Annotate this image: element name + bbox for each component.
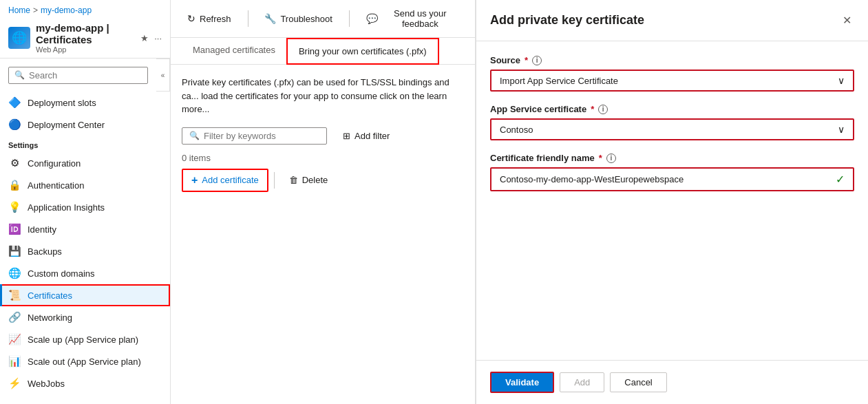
panel: Add private key certificate ✕ Source * i… — [476, 0, 868, 404]
backups-icon: 💾 — [8, 245, 21, 257]
delete-label: Delete — [302, 175, 328, 185]
identity-icon: 🆔 — [8, 223, 21, 235]
refresh-button[interactable]: ↻ Refresh — [182, 10, 237, 27]
scale-out-icon: 📊 — [8, 355, 21, 368]
scale-up-icon: 📈 — [8, 333, 21, 345]
cert-friendly-name-field[interactable]: Contoso-my-demo-app-WestEuropewebspace ✓ — [490, 167, 854, 191]
action-row: + Add certificate 🗑 Delete — [182, 169, 464, 192]
app-title-row: 🌐 my-demo-app | Certificates Web App ★ ·… — [8, 19, 162, 55]
authentication-icon: 🔒 — [8, 179, 21, 191]
add-filter-button[interactable]: ⊞ Add filter — [335, 127, 397, 145]
cancel-button[interactable]: Cancel — [610, 372, 666, 392]
filter-icon: 🔍 — [189, 131, 200, 140]
application-insights-icon: 💡 — [8, 201, 21, 213]
certificates-icon: 📜 — [8, 289, 21, 301]
breadcrumb-app[interactable]: my-demo-app — [41, 6, 92, 15]
tab-own-certificates[interactable]: Bring your own certificates (.pfx) — [286, 38, 439, 65]
sidebar-item-label: Application Insights — [28, 202, 105, 213]
sidebar-item-label: Networking — [28, 312, 72, 323]
sidebar-item-label: Identity — [28, 224, 56, 235]
add-button[interactable]: Add — [560, 372, 604, 392]
sidebar-item-scale-up[interactable]: 📈 Scale up (App Service plan) — [0, 328, 170, 350]
feedback-label: Send us your feedback — [382, 8, 458, 29]
source-select[interactable]: Import App Service Certificate ∨ — [490, 70, 854, 92]
breadcrumb-separator: > — [33, 6, 38, 15]
breadcrumb-home[interactable]: Home — [8, 6, 30, 15]
app-service-cert-label: App Service certificate * i — [490, 104, 854, 114]
sidebar-item-scale-out[interactable]: 📊 Scale out (App Service plan) — [0, 350, 170, 372]
app-icon: 🌐 — [8, 27, 30, 49]
panel-close-button[interactable]: ✕ — [840, 11, 854, 30]
sidebar-item-certificates[interactable]: 📜 Certificates — [0, 284, 170, 306]
webjobs-icon: ⚡ — [8, 377, 21, 390]
source-info-icon[interactable]: i — [532, 56, 542, 65]
cert-friendly-name-label-text: Certificate friendly name — [490, 153, 595, 163]
deployment-center-icon: 🔵 — [8, 118, 21, 131]
app-service-cert-select[interactable]: Contoso ∨ — [490, 118, 854, 140]
sidebar-item-label: Custom domains — [28, 268, 95, 279]
feedback-button[interactable]: 💬 Send us your feedback — [361, 6, 464, 32]
add-filter-icon: ⊞ — [343, 131, 350, 141]
troubleshoot-label: Troubleshoot — [280, 14, 332, 24]
add-cert-plus-icon: + — [191, 174, 198, 187]
app-service-cert-info-icon[interactable]: i — [598, 105, 608, 114]
sidebar-item-application-insights[interactable]: 💡 Application Insights — [0, 196, 170, 218]
filter-input[interactable] — [204, 131, 319, 141]
source-label: Source * i — [490, 55, 854, 65]
sidebar-item-label: Scale out (App Service plan) — [28, 357, 141, 367]
items-count: 0 items — [182, 153, 464, 163]
app-service-cert-chevron-icon: ∨ — [838, 124, 845, 135]
action-separator — [274, 172, 275, 189]
sidebar-item-identity[interactable]: 🆔 Identity — [0, 218, 170, 240]
app-subtitle: Web App — [36, 45, 135, 54]
content-description: Private key certificates (.pfx) can be u… — [182, 76, 464, 116]
sidebar-item-networking[interactable]: 🔗 Networking — [0, 306, 170, 328]
source-form-group: Source * i Import App Service Certificat… — [490, 55, 854, 92]
troubleshoot-button[interactable]: 🔧 Troubleshoot — [259, 10, 337, 27]
feedback-icon: 💬 — [366, 13, 378, 24]
refresh-icon: ↻ — [187, 13, 195, 24]
add-filter-label: Add filter — [354, 131, 390, 141]
cert-friendly-name-value: Contoso-my-demo-app-WestEuropewebspace — [500, 174, 684, 184]
collapse-sidebar-button[interactable]: « — [156, 59, 170, 92]
more-icon[interactable]: ··· — [154, 33, 162, 43]
cert-friendly-name-check-icon: ✓ — [836, 173, 845, 186]
panel-body: Source * i Import App Service Certificat… — [476, 41, 868, 360]
sidebar-item-label: Certificates — [28, 290, 72, 301]
filter-input-box[interactable]: 🔍 — [182, 127, 327, 145]
sidebar-item-authentication[interactable]: 🔒 Authentication — [0, 174, 170, 196]
app-title-actions: ★ ··· — [140, 33, 162, 43]
filter-row: 🔍 ⊞ Add filter — [182, 127, 464, 145]
sidebar-item-webjobs[interactable]: ⚡ WebJobs — [0, 372, 170, 394]
search-box[interactable]: 🔍 — [8, 67, 148, 84]
app-service-cert-form-group: App Service certificate * i Contoso ∨ — [490, 104, 854, 140]
cert-friendly-name-info-icon[interactable]: i — [606, 153, 616, 163]
refresh-label: Refresh — [200, 14, 231, 24]
panel-footer: Validate Add Cancel — [476, 360, 868, 404]
app-service-cert-label-text: App Service certificate — [490, 104, 586, 114]
main-content: ↻ Refresh 🔧 Troubleshoot 💬 Send us your … — [171, 0, 476, 404]
star-icon[interactable]: ★ — [140, 33, 149, 43]
cert-friendly-name-label: Certificate friendly name * i — [490, 153, 854, 163]
sidebar-header: Home > my-demo-app 🌐 my-demo-app | Certi… — [0, 0, 170, 59]
custom-domains-icon: 🌐 — [8, 267, 21, 279]
sidebar-item-label: Configuration — [28, 158, 81, 169]
cert-friendly-name-form-group: Certificate friendly name * i Contoso-my… — [490, 153, 854, 191]
add-certificate-button[interactable]: + Add certificate — [182, 169, 268, 192]
cert-friendly-name-required-marker: * — [599, 153, 602, 163]
sidebar-item-custom-domains[interactable]: 🌐 Custom domains — [0, 262, 170, 284]
sidebar-item-label: Backups — [28, 246, 62, 257]
search-input[interactable] — [29, 70, 142, 81]
sidebar: Home > my-demo-app 🌐 my-demo-app | Certi… — [0, 0, 171, 404]
tab-managed-certificates[interactable]: Managed certificates — [182, 38, 286, 65]
validate-button[interactable]: Validate — [490, 372, 554, 393]
sidebar-item-backups[interactable]: 💾 Backups — [0, 240, 170, 262]
sidebar-item-deployment-slots[interactable]: 🔷 Deployment slots — [0, 92, 170, 114]
sidebar-nav: 🔷 Deployment slots 🔵 Deployment Center S… — [0, 92, 170, 404]
app-name: my-demo-app | Certificates — [36, 22, 135, 45]
troubleshoot-icon: 🔧 — [264, 13, 276, 24]
sidebar-item-label: Authentication — [28, 180, 84, 191]
sidebar-item-deployment-center[interactable]: 🔵 Deployment Center — [0, 114, 170, 136]
sidebar-item-configuration[interactable]: ⚙ Configuration — [0, 152, 170, 174]
delete-button[interactable]: 🗑 Delete — [280, 170, 337, 190]
